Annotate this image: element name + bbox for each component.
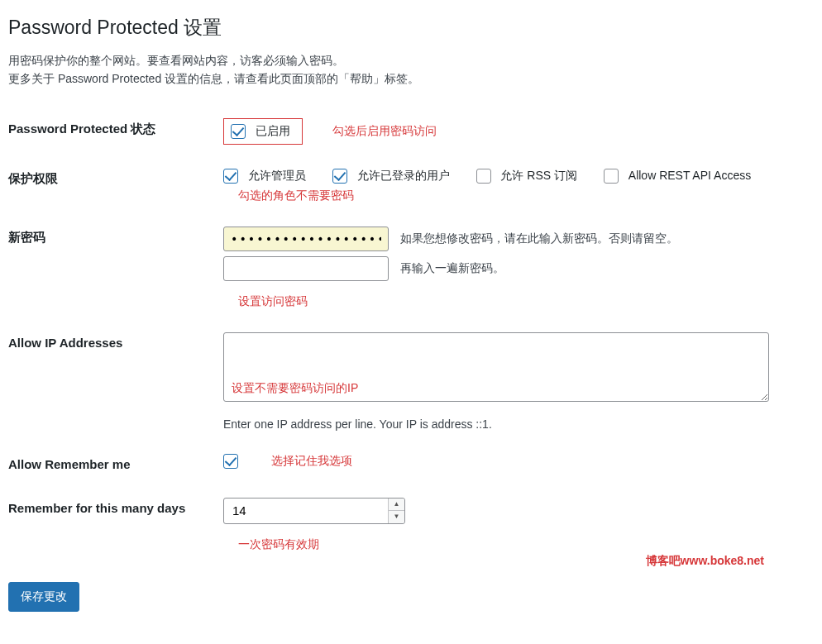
- perm-loggedin-checkbox[interactable]: [332, 169, 347, 184]
- remember-note: 选择记住我选项: [271, 454, 352, 469]
- ip-label: Allow IP Addresses: [8, 321, 223, 442]
- settings-table: Password Protected 状态 已启用 勾选后启用密码访问 保护权限…: [8, 107, 814, 564]
- perm-admin-label[interactable]: 允许管理员: [248, 169, 306, 182]
- new-password-input[interactable]: [223, 227, 389, 251]
- remember-checkbox[interactable]: [223, 454, 238, 469]
- status-enabled-checkbox[interactable]: [231, 124, 246, 139]
- days-label: Remember for this many days: [8, 486, 223, 564]
- newpw-after1: 如果您想修改密码，请在此输入新密码。否则请留空。: [400, 231, 678, 245]
- status-highlight-box: 已启用: [223, 118, 303, 145]
- days-spin-up[interactable]: ▲: [389, 499, 404, 512]
- perm-loggedin-label[interactable]: 允许已登录的用户: [357, 169, 450, 182]
- days-spinner: ▲ ▼: [388, 499, 404, 523]
- save-button[interactable]: 保存更改: [8, 582, 79, 612]
- newpw-label: 新密码: [8, 215, 223, 321]
- remember-label: Allow Remember me: [8, 442, 223, 486]
- watermark: 博客吧www.boke8.net: [646, 554, 764, 569]
- page-desc-2: 更多关于 Password Protected 设置的信息，请查看此页面顶部的「…: [8, 72, 814, 87]
- perm-admin-checkbox[interactable]: [223, 169, 238, 184]
- ip-textarea[interactable]: [223, 332, 769, 402]
- perm-label: 保护权限: [8, 156, 223, 214]
- page-desc-1: 用密码保护你的整个网站。要查看网站内容，访客必须输入密码。: [8, 54, 814, 69]
- perm-rss-checkbox[interactable]: [476, 169, 491, 184]
- confirm-password-input[interactable]: [223, 256, 389, 281]
- status-label: Password Protected 状态: [8, 107, 223, 156]
- days-spin-down[interactable]: ▼: [389, 511, 404, 523]
- days-note: 一次密码有效期: [238, 537, 805, 552]
- ip-hint: Enter one IP address per line. Your IP i…: [223, 417, 805, 431]
- newpw-note: 设置访问密码: [238, 294, 805, 309]
- perm-note: 勾选的角色不需要密码: [238, 188, 805, 203]
- days-input[interactable]: [223, 498, 405, 524]
- page-title: Password Protected 设置: [8, 15, 814, 41]
- perm-rest-label[interactable]: Allow REST API Access: [628, 169, 751, 183]
- newpw-after2: 再输入一遍新密码。: [400, 261, 504, 274]
- status-note: 勾选后启用密码访问: [332, 124, 437, 139]
- perm-rss-label[interactable]: 允许 RSS 订阅: [500, 169, 577, 182]
- perm-rest-checkbox[interactable]: [604, 169, 619, 184]
- status-enabled-label[interactable]: 已启用: [256, 124, 290, 137]
